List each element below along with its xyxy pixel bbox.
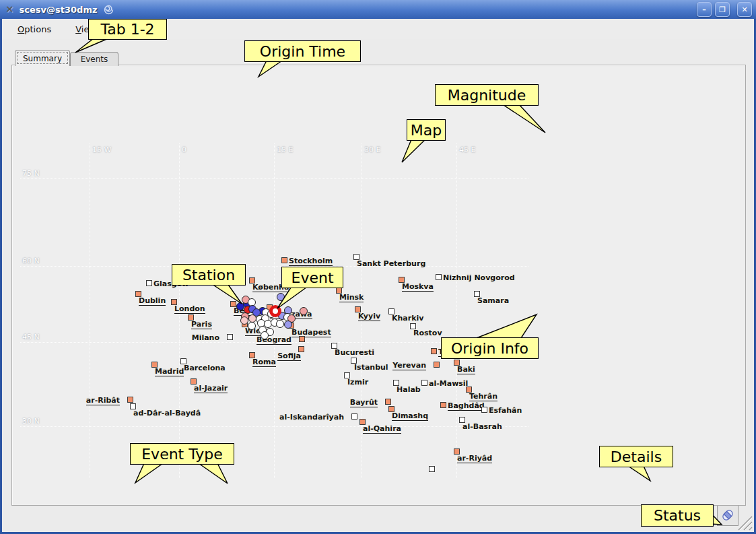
summary-panel	[11, 65, 746, 506]
city-label: Dimashq	[392, 412, 428, 421]
city-label: London	[174, 305, 205, 314]
city-label: Stockholm	[289, 257, 333, 266]
city-label: Samara	[477, 297, 509, 305]
city-marker	[431, 348, 437, 354]
city-label: Kyyiv	[358, 312, 380, 321]
city-label: Baghdâd	[448, 402, 485, 411]
grid-line-longitude	[362, 143, 362, 478]
city-label: Barcelona	[184, 364, 226, 372]
city-label: Baki	[457, 366, 475, 374]
city-label: Dublin	[139, 297, 166, 306]
city-label: Tehrân	[469, 393, 497, 401]
grid-label-longitude: 15 W	[92, 145, 111, 154]
city-marker	[227, 334, 233, 340]
menu-options[interactable]: Options	[15, 22, 54, 36]
callout-map: Map	[407, 119, 446, 141]
station-marker	[248, 322, 256, 330]
callout-event: Event	[281, 267, 343, 288]
city-label: ar-Ribât	[86, 397, 120, 405]
city-label: Rostov	[413, 329, 442, 337]
callout-details: Details	[599, 446, 673, 467]
grid-line-latitude	[20, 266, 528, 267]
city-marker	[481, 407, 487, 413]
station-marker	[240, 316, 248, 325]
city-label: ar-Riyâd	[457, 455, 492, 463]
grid-label-latitude: 75 N	[22, 169, 40, 178]
titlebar[interactable]: ✕ scesv@st30dmz – ❐ ✕	[0, 0, 756, 19]
tab-summary[interactable]: Summary	[15, 50, 70, 66]
city-label: Moskva	[402, 283, 434, 292]
city-label: Budapest	[291, 329, 331, 337]
city-label: Bayrût	[350, 399, 378, 407]
city-marker	[351, 413, 357, 420]
grid-line-latitude	[20, 426, 528, 427]
station-marker	[261, 331, 269, 339]
city-label: Halab	[397, 386, 421, 394]
grid-label-latitude: 45 N	[22, 333, 40, 341]
station-marker	[277, 293, 285, 301]
grid-line-longitude	[456, 143, 457, 478]
station-marker	[276, 320, 284, 328]
city-label: al-Qahira	[363, 425, 401, 434]
city-label: al-Iskandarîyah	[279, 413, 344, 422]
window-menu-icon[interactable]: ✕	[5, 3, 14, 15]
city-label: Paris	[191, 321, 212, 329]
grid-label-longitude: 45 E	[459, 145, 475, 154]
city-label: Esfahân	[489, 407, 522, 415]
grid-label-latitude: 30 N	[22, 417, 40, 426]
callout-origin-time: Origin Time	[244, 40, 361, 62]
city-label: Sankt Peterburg	[357, 260, 425, 268]
city-label: Milano	[192, 334, 219, 342]
city-label: Sofija	[277, 352, 301, 361]
callout-station: Station	[172, 264, 246, 286]
callout-status: Status	[641, 504, 714, 527]
city-marker	[436, 274, 442, 280]
city-label: Madrid	[155, 368, 184, 376]
station-marker	[300, 307, 308, 315]
window-title: scesv@st30dmz	[20, 5, 98, 15]
swirl-icon	[103, 4, 114, 15]
callout-magnitude: Magnitude	[435, 84, 539, 106]
minimize-button[interactable]: –	[697, 2, 712, 17]
city-marker	[434, 362, 440, 368]
city-marker	[127, 397, 133, 403]
city-marker	[385, 399, 391, 405]
tab-events[interactable]: Events	[70, 52, 118, 66]
grid-label-longitude: 30 E	[364, 145, 380, 154]
city-label: Bucuresti	[335, 349, 374, 357]
city-label: Izmir	[347, 378, 368, 387]
grid-label-longitude: 0	[182, 145, 186, 154]
connection-status-icon[interactable]	[717, 504, 738, 526]
city-marker	[146, 280, 152, 286]
city-label: Nizhnij Novgorod	[443, 274, 515, 282]
city-label: Istanbul	[354, 364, 388, 372]
event-marker	[269, 305, 281, 317]
city-marker	[281, 257, 287, 263]
city-label: al-Jazair	[194, 385, 228, 393]
city-label: ad-Dâr-al-Baydâ	[133, 409, 201, 418]
grid-line-latitude	[20, 178, 528, 179]
city-label: Yerevan	[392, 362, 426, 370]
city-marker	[440, 402, 446, 408]
city-label: al-Mawsil	[429, 380, 468, 388]
grid-line-longitude	[90, 143, 90, 478]
station-marker	[284, 321, 292, 329]
callout-tab-1-2: Tab 1-2	[88, 19, 167, 40]
resize-grip[interactable]	[736, 514, 753, 533]
city-label: Kharkiv	[392, 314, 423, 323]
maximize-button[interactable]: ❐	[715, 2, 730, 17]
city-marker	[299, 336, 305, 342]
city-label: Minsk	[339, 294, 364, 302]
city-label: Roma	[252, 358, 276, 367]
callout-event-type: Event Type	[130, 443, 234, 465]
city-marker	[429, 466, 435, 472]
close-button[interactable]: ✕	[737, 2, 752, 17]
city-label: al-Basrah	[462, 423, 502, 431]
grid-label-latitude: 60 N	[22, 257, 40, 265]
grid-label-longitude: 15 E	[277, 145, 293, 154]
city-marker	[421, 380, 427, 386]
callout-origin-info: Origin Info	[441, 337, 539, 359]
